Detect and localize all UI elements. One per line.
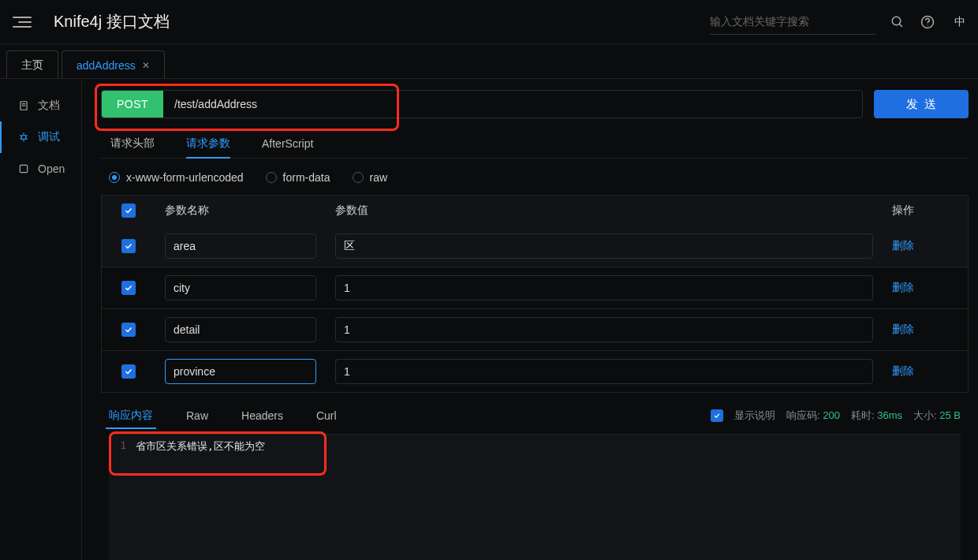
- sidebar-item-open[interactable]: Open: [0, 153, 81, 185]
- svg-line-1: [899, 24, 902, 27]
- api-url: /test/addAddress: [163, 91, 268, 118]
- tab-home[interactable]: 主页: [6, 50, 58, 79]
- sidebar-item-doc[interactable]: 文档: [0, 90, 81, 121]
- tab-afterscript[interactable]: AfterScript: [262, 129, 313, 158]
- svg-line-13: [26, 139, 28, 140]
- params-table: 参数名称 参数值 操作 删除删除删除删除: [101, 195, 969, 393]
- col-header-value: 参数值: [326, 196, 883, 226]
- line-number: 1: [109, 435, 131, 560]
- checkbox-row[interactable]: [121, 239, 136, 253]
- open-icon: [17, 162, 30, 175]
- delete-link[interactable]: 删除: [892, 323, 914, 337]
- checkbox-show-desc[interactable]: [711, 409, 723, 422]
- debug-icon: [17, 131, 30, 144]
- search-icon[interactable]: [890, 14, 905, 30]
- radio-label: form-data: [283, 171, 330, 184]
- response-meta: 显示说明 响应码: 200 耗时: 36ms 大小: 25 B: [711, 409, 961, 423]
- tab-request-params[interactable]: 请求参数: [186, 129, 230, 158]
- col-header-action: 操作: [883, 196, 968, 226]
- table-row: 删除: [102, 267, 968, 308]
- show-desc-label: 显示说明: [734, 409, 775, 423]
- param-name-input[interactable]: [165, 359, 316, 384]
- svg-line-10: [20, 136, 21, 136]
- radio-raw[interactable]: raw: [353, 171, 388, 184]
- svg-point-3: [927, 24, 928, 25]
- param-name-input[interactable]: [165, 233, 316, 259]
- tab-label: addAddress: [77, 59, 136, 72]
- params-table-header: 参数名称 参数值 操作: [102, 196, 968, 226]
- checkbox-row[interactable]: [121, 364, 136, 379]
- response-tabs: 响应内容 Raw Headers Curl: [109, 402, 337, 429]
- tab-addaddress[interactable]: addAddress ✕: [62, 50, 165, 79]
- meta-code-value: 200: [823, 409, 840, 421]
- meta-code-label: 响应码:: [786, 409, 820, 421]
- checkbox-row[interactable]: [121, 323, 136, 337]
- svg-point-0: [892, 17, 901, 25]
- meta-time-label: 耗时:: [851, 409, 875, 421]
- svg-line-12: [20, 139, 21, 140]
- main-panel: POST /test/addAddress 发送 请求头部 请求参数 After…: [82, 79, 978, 560]
- response-body: 1 省市区关系错误,区不能为空: [109, 435, 961, 560]
- body-type-radios: x-www-form-urlencoded form-data raw: [101, 168, 969, 195]
- app-header: Knife4j 接口文档 中: [0, 0, 978, 44]
- param-value-input[interactable]: [335, 359, 873, 384]
- tab-response-headers[interactable]: Headers: [241, 402, 283, 429]
- param-value-input[interactable]: [335, 233, 873, 259]
- api-endpoint: POST /test/addAddress: [101, 90, 863, 118]
- menu-toggle-icon[interactable]: [13, 13, 32, 32]
- meta-time-value: 36ms: [877, 409, 902, 421]
- param-name-input[interactable]: [165, 317, 316, 342]
- request-tabs: 请求头部 请求参数 AfterScript: [101, 129, 969, 159]
- http-method-badge: POST: [102, 91, 163, 118]
- delete-link[interactable]: 删除: [892, 364, 914, 379]
- sidebar-item-debug[interactable]: 调试: [0, 121, 81, 153]
- tab-label: 主页: [21, 58, 43, 73]
- table-row: 删除: [102, 350, 968, 392]
- meta-size-label: 大小:: [913, 409, 937, 421]
- svg-line-11: [26, 136, 28, 136]
- send-button[interactable]: 发送: [874, 90, 969, 118]
- param-value-input[interactable]: [335, 275, 873, 301]
- svg-rect-14: [20, 165, 27, 172]
- search-input[interactable]: [710, 9, 875, 35]
- sidebar-item-label: 调试: [38, 130, 60, 144]
- app-title: Knife4j 接口文档: [54, 11, 170, 32]
- table-row: 删除: [102, 226, 968, 267]
- col-header-name: 参数名称: [155, 196, 326, 226]
- radio-label: x-www-form-urlencoded: [126, 171, 244, 184]
- help-icon[interactable]: [920, 14, 935, 30]
- param-value-input[interactable]: [335, 317, 873, 342]
- tab-response-raw[interactable]: Raw: [186, 402, 208, 429]
- delete-link[interactable]: 删除: [892, 239, 914, 253]
- close-icon[interactable]: ✕: [142, 60, 150, 71]
- radio-formdata[interactable]: form-data: [266, 171, 330, 184]
- sidebar-item-label: Open: [38, 162, 65, 175]
- checkbox-row[interactable]: [121, 281, 136, 295]
- sidebar-item-label: 文档: [38, 99, 60, 113]
- param-name-input[interactable]: [165, 275, 316, 301]
- table-row: 删除: [102, 308, 968, 350]
- sidebar: 文档 调试 Open: [0, 79, 82, 560]
- delete-link[interactable]: 删除: [892, 281, 914, 295]
- tab-response-body[interactable]: 响应内容: [109, 402, 153, 429]
- lang-switch[interactable]: 中: [954, 15, 965, 29]
- tab-request-headers[interactable]: 请求头部: [110, 129, 155, 158]
- response-text: 省市区关系错误,区不能为空: [131, 435, 961, 560]
- doc-icon: [17, 99, 30, 112]
- radio-urlencoded[interactable]: x-www-form-urlencoded: [109, 171, 244, 184]
- tab-response-curl[interactable]: Curl: [316, 402, 337, 429]
- meta-size-value: 25 B: [939, 409, 961, 421]
- svg-point-7: [21, 135, 26, 140]
- checkbox-all[interactable]: [121, 203, 136, 218]
- page-tabs: 主页 addAddress ✕: [0, 44, 978, 79]
- radio-label: raw: [370, 171, 388, 184]
